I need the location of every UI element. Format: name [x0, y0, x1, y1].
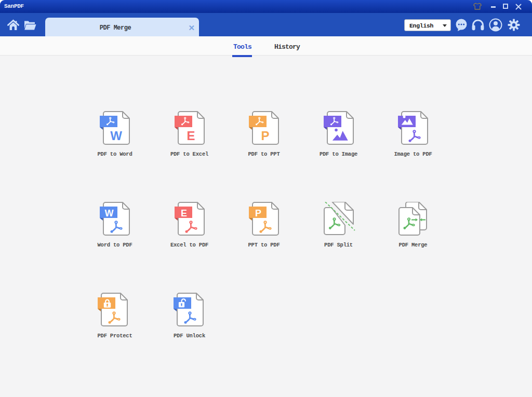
svg-text:P: P: [255, 208, 261, 218]
svg-text:E: E: [187, 129, 195, 143]
svg-text:E: E: [180, 208, 187, 218]
svg-text:W: W: [110, 129, 122, 143]
svg-text:W: W: [105, 208, 114, 218]
svg-text:P: P: [261, 129, 269, 143]
